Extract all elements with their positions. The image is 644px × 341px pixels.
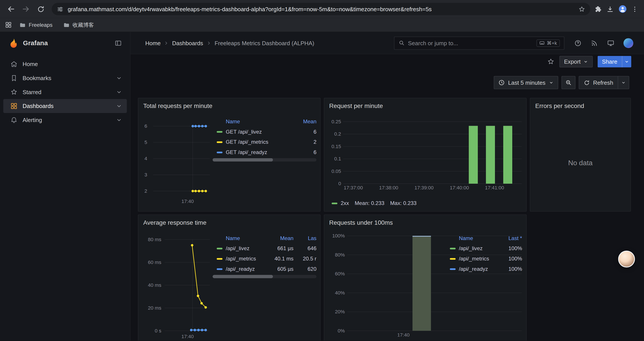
- svg-text:17:41:00: 17:41:00: [485, 185, 504, 190]
- legend-series-name[interactable]: 2xx: [341, 200, 349, 206]
- total-requests-chart[interactable]: 6543217:40: [142, 116, 211, 205]
- downloads-icon[interactable]: [606, 5, 614, 13]
- legend-series-name[interactable]: /api/_readyz: [459, 266, 503, 272]
- back-icon: [7, 5, 15, 13]
- request-per-minute-chart[interactable]: 0.250.20.150.10.05017:37:0017:38:0017:39…: [328, 116, 524, 209]
- panel-title[interactable]: Errors per second: [530, 98, 630, 110]
- legend-row: GET /api/_readyz 6: [212, 147, 316, 157]
- legend-series-name[interactable]: GET /api/_metrics: [226, 139, 298, 145]
- legend-header-mean[interactable]: Mean: [298, 118, 316, 124]
- svg-text:17:37:00: 17:37:00: [344, 185, 363, 190]
- bookmark-star-icon[interactable]: [578, 6, 585, 13]
- legend-series-name[interactable]: GET /api/_livez: [226, 129, 298, 135]
- legend-scrollbar[interactable]: [212, 158, 316, 162]
- zoom-out-button[interactable]: [562, 76, 576, 89]
- sidebar-item-starred[interactable]: Starred: [3, 85, 127, 99]
- browser-menu-icon[interactable]: [631, 6, 638, 13]
- legend-row: /api/_metrics 40.1 ms 20.5 r: [212, 253, 316, 264]
- sidebar-item-alerting[interactable]: Alerting: [3, 113, 127, 127]
- apps-grid-icon[interactable]: [5, 21, 12, 28]
- avg-response-time-chart[interactable]: 80 ms60 ms40 ms20 ms0 s17:40: [142, 233, 211, 341]
- url-text[interactable]: grafana.mathmast.com/d/deytv4rwavabkb/fr…: [68, 6, 574, 12]
- legend-series-name[interactable]: GET /api/_readyz: [226, 149, 298, 155]
- series-swatch: [217, 258, 222, 259]
- series-swatch: [450, 268, 456, 270]
- toolbar-right: [594, 5, 640, 14]
- svg-text:20%: 20%: [335, 309, 345, 314]
- chevron-down-icon[interactable]: [116, 117, 122, 123]
- share-button[interactable]: Share: [598, 56, 622, 67]
- panel-title[interactable]: Request per minute: [324, 98, 526, 110]
- svg-text:6: 6: [144, 123, 147, 129]
- panel-request-per-minute: Request per minute 0.250.20.150.10.05017…: [324, 98, 526, 212]
- time-range-picker[interactable]: Last 5 minutes: [494, 76, 558, 89]
- refresh-interval-caret[interactable]: [618, 76, 629, 89]
- bookmark-folder-freeleaps[interactable]: Freeleaps: [16, 20, 56, 30]
- extensions-icon[interactable]: [594, 5, 602, 13]
- legend-row: /api/_readyz 100%: [446, 264, 522, 274]
- chevron-right-icon: [164, 40, 169, 45]
- svg-text:0.05: 0.05: [332, 169, 341, 174]
- chevron-down-icon[interactable]: [116, 89, 122, 95]
- share-split-button: Share: [598, 56, 631, 67]
- panel-title[interactable]: Average response time: [138, 215, 320, 226]
- back-button[interactable]: [4, 2, 18, 16]
- legend-header-name[interactable]: Name: [226, 235, 265, 241]
- legend-header-mean[interactable]: Mean: [265, 235, 294, 241]
- legend-row: GET /api/_livez 6: [212, 127, 316, 137]
- favorite-star-icon[interactable]: [547, 58, 554, 65]
- breadcrumb-dashboards[interactable]: Dashboards: [172, 40, 203, 46]
- panel-title[interactable]: Requests under 100ms: [324, 215, 526, 226]
- legend-series-name[interactable]: /api/_metrics: [226, 256, 265, 262]
- sidebar-item-home[interactable]: Home: [3, 57, 127, 71]
- breadcrumb-home[interactable]: Home: [145, 40, 161, 46]
- refresh-label: Refresh: [593, 79, 613, 86]
- legend-series-name[interactable]: /api/_livez: [226, 245, 265, 251]
- svg-text:0%: 0%: [338, 328, 344, 333]
- legend-header-name[interactable]: Name: [226, 118, 298, 124]
- help-icon[interactable]: [574, 39, 582, 47]
- search-input[interactable]: Search or jump to... ⌘+k: [394, 37, 564, 50]
- legend-header-last[interactable]: Last *: [503, 235, 522, 241]
- monitor-icon[interactable]: [607, 39, 614, 47]
- svg-text:20 ms: 20 ms: [148, 305, 161, 311]
- forward-icon: [22, 5, 30, 13]
- url-bar[interactable]: grafana.mathmast.com/d/deytv4rwavabkb/fr…: [52, 3, 590, 15]
- legend-header-name[interactable]: Name: [459, 235, 503, 241]
- reload-icon: [37, 5, 45, 13]
- search-placeholder: Search or jump to...: [408, 40, 458, 46]
- sidebar-item-dashboards[interactable]: Dashboards: [3, 99, 127, 113]
- chevron-down-icon[interactable]: [116, 103, 122, 109]
- bookmark-folder-blogs[interactable]: 收藏博客: [60, 20, 97, 30]
- user-avatar[interactable]: [624, 38, 633, 48]
- svg-text:0.1: 0.1: [334, 156, 341, 162]
- legend-series-name[interactable]: /api/_readyz: [226, 266, 265, 272]
- legend-series-name[interactable]: /api/_livez: [459, 245, 503, 251]
- series-swatch: [217, 131, 222, 132]
- svg-text:40 ms: 40 ms: [148, 282, 161, 288]
- export-button[interactable]: Export: [560, 56, 593, 67]
- sidebar-item-label: Alerting: [22, 117, 111, 123]
- legend-row: /api/_metrics 100%: [446, 253, 522, 264]
- refresh-button[interactable]: Refresh: [579, 76, 618, 89]
- legend-scrollbar[interactable]: [212, 275, 316, 278]
- forward-button[interactable]: [19, 2, 33, 16]
- assistant-avatar-bubble[interactable]: [618, 251, 635, 267]
- time-range-label: Last 5 minutes: [508, 79, 546, 86]
- profile-avatar[interactable]: [618, 5, 627, 14]
- dashboard-actions-bar: Export Share: [130, 54, 644, 69]
- legend-series-value: 6: [298, 129, 316, 135]
- legend-header-last[interactable]: Las: [294, 235, 316, 241]
- grafana-logo-icon[interactable]: [8, 38, 19, 49]
- reload-button[interactable]: [34, 2, 48, 16]
- scrollbar-thumb[interactable]: [212, 275, 273, 278]
- site-info-icon[interactable]: [56, 6, 64, 13]
- legend-series-name[interactable]: /api/_metrics: [459, 256, 503, 262]
- sidebar-item-bookmarks[interactable]: Bookmarks: [3, 71, 127, 85]
- panel-title[interactable]: Total requests per minute: [138, 98, 320, 110]
- chevron-down-icon[interactable]: [116, 75, 122, 81]
- news-rss-icon[interactable]: [591, 39, 598, 47]
- scrollbar-thumb[interactable]: [212, 158, 273, 162]
- share-dropdown-caret[interactable]: [622, 56, 631, 67]
- sidebar-collapse-icon[interactable]: [113, 38, 124, 49]
